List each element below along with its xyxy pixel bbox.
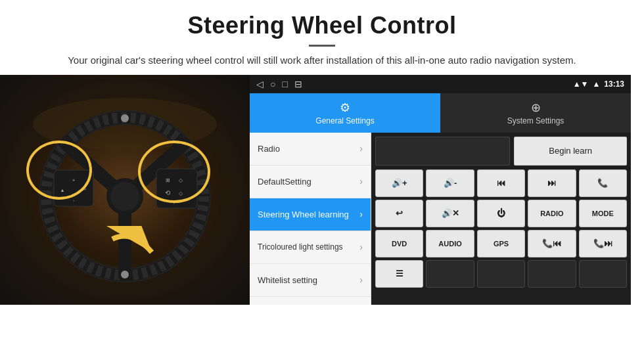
svg-point-8 <box>110 182 139 211</box>
nav-buttons: ◁ ○ □ ⊟ <box>256 79 302 89</box>
yellow-arrow <box>99 226 165 278</box>
chevron-icon: › <box>359 176 363 187</box>
begin-learn-label: Begin learn <box>549 146 592 156</box>
status-bar: ◁ ○ □ ⊟ ▲▼ ▲ 13:13 <box>250 75 631 93</box>
audio-label: AUDIO <box>438 240 461 248</box>
mute-icon: 🔊✕ <box>442 208 459 218</box>
tab-bar: ⚙ General Settings ⊕ System Settings <box>250 93 631 133</box>
mode-button[interactable]: MODE <box>579 200 627 227</box>
control-row-4: ☰ <box>375 260 627 288</box>
next-icon: ⏭ <box>547 178 556 188</box>
tab-system-settings[interactable]: ⊕ System Settings <box>440 93 631 133</box>
menu-item-tricoloured[interactable]: Tricoloured light settings › <box>250 231 371 264</box>
menu-item-radio[interactable]: Radio › <box>250 133 371 166</box>
vol-up-icon: 🔊+ <box>392 178 407 188</box>
general-settings-icon: ⚙ <box>340 100 350 115</box>
hangup-button[interactable]: ↩ <box>375 200 423 227</box>
next-button[interactable]: ⏭ <box>528 169 576 197</box>
menu-steering-label: Steering Wheel learning <box>258 210 349 219</box>
chevron-icon: › <box>359 209 363 219</box>
android-screen: ◁ ○ □ ⊟ ▲▼ ▲ 13:13 ⚙ General Settings ⊕ … <box>250 75 631 305</box>
nav-cast-icon[interactable]: ⊟ <box>294 79 302 89</box>
call-button[interactable]: 📞 <box>579 169 627 197</box>
tab-general-label: General Settings <box>315 116 374 125</box>
left-menu: Radio › DefaultSetting › Steering Wheel … <box>250 133 371 305</box>
tab-system-label: System Settings <box>507 116 564 125</box>
tel-prev-button[interactable]: 📞⏮ <box>528 230 576 257</box>
empty-btn-1 <box>426 260 474 288</box>
power-button[interactable]: ⏻ <box>477 200 525 227</box>
chevron-icon: › <box>359 275 363 285</box>
mode-label: MODE <box>592 210 614 217</box>
vol-down-icon: 🔊- <box>444 178 457 188</box>
steering-wheel-image: + ▲ - ↩ ⊞ ◇ ⟲ ◇ ▼ <box>0 75 250 305</box>
right-control-panel: Begin learn 🔊+ 🔊- ⏮ ⏭ <box>371 133 631 305</box>
highlight-circle-left <box>26 141 92 200</box>
time-display: 13:13 <box>604 79 624 89</box>
vol-down-button[interactable]: 🔊- <box>426 169 474 197</box>
call-icon: 📞 <box>597 178 608 188</box>
control-row-3: DVD AUDIO GPS 📞⏮ 📞⏭ <box>375 230 627 257</box>
highlight-circle-right <box>138 141 210 203</box>
header-section: Steering Wheel Control Your original car… <box>0 0 644 75</box>
wifi-icon: ▲ <box>592 79 600 89</box>
page-title: Steering Wheel Control <box>26 12 618 39</box>
dvd-button[interactable]: DVD <box>375 230 423 257</box>
svg-text:-: - <box>73 197 75 203</box>
steering-background: + ▲ - ↩ ⊞ ◇ ⟲ ◇ ▼ <box>0 75 250 305</box>
tel-prev-icon: 📞⏮ <box>542 238 561 248</box>
menu-default-label: DefaultSetting <box>258 177 311 187</box>
tab-general-settings[interactable]: ⚙ General Settings <box>250 93 440 133</box>
nav-home-icon[interactable]: ○ <box>270 79 275 89</box>
menu-radio-label: Radio <box>258 144 280 154</box>
menu-item-steering[interactable]: Steering Wheel learning › <box>250 198 371 231</box>
radio-label: RADIO <box>540 210 563 217</box>
tel-next-icon: 📞⏭ <box>593 238 612 248</box>
signal-icon: ▲▼ <box>573 79 589 89</box>
empty-btn-3 <box>528 260 576 288</box>
radio-button[interactable]: RADIO <box>528 200 576 227</box>
svg-point-20 <box>121 114 129 122</box>
status-indicators: ▲▼ ▲ 13:13 <box>573 79 624 89</box>
menu-item-default[interactable]: DefaultSetting › <box>250 166 371 198</box>
nav-back-icon[interactable]: ◁ <box>256 79 264 89</box>
menu-whitelist-label: Whitelist setting <box>258 275 317 285</box>
vol-up-button[interactable]: 🔊+ <box>375 169 423 197</box>
dvd-label: DVD <box>392 240 407 248</box>
system-settings-icon: ⊕ <box>531 100 541 115</box>
chevron-icon: › <box>359 242 363 252</box>
menu-icon: ☰ <box>396 269 403 278</box>
mute-button[interactable]: 🔊✕ <box>426 200 474 227</box>
content-area: Radio › DefaultSetting › Steering Wheel … <box>250 133 631 305</box>
nav-recent-icon[interactable]: □ <box>282 79 287 89</box>
tel-next-button[interactable]: 📞⏭ <box>579 230 627 257</box>
menu-icon-button[interactable]: ☰ <box>375 260 423 288</box>
empty-btn-4 <box>579 260 627 288</box>
prev-button[interactable]: ⏮ <box>477 169 525 197</box>
chevron-icon: › <box>359 143 363 154</box>
control-row-2: ↩ 🔊✕ ⏻ RADIO MODE <box>375 200 627 227</box>
menu-item-whitelist[interactable]: Whitelist setting › <box>250 264 371 297</box>
power-icon: ⏻ <box>497 208 505 218</box>
prev-icon: ⏮ <box>497 178 505 188</box>
gps-button[interactable]: GPS <box>477 230 525 257</box>
main-content: + ▲ - ↩ ⊞ ◇ ⟲ ◇ ▼ <box>0 75 644 305</box>
gps-label: GPS <box>494 240 509 248</box>
begin-learn-button[interactable]: Begin learn <box>514 137 627 166</box>
title-divider <box>309 45 335 47</box>
hangup-icon: ↩ <box>396 208 403 218</box>
empty-input-box <box>375 137 510 166</box>
empty-btn-2 <box>477 260 525 288</box>
menu-tricoloured-label: Tricoloured light settings <box>258 242 343 252</box>
control-row-1: 🔊+ 🔊- ⏮ ⏭ 📞 <box>375 169 627 197</box>
begin-learn-row: Begin learn <box>375 137 627 166</box>
subtitle: Your original car's steering wheel contr… <box>26 53 618 68</box>
audio-button[interactable]: AUDIO <box>426 230 474 257</box>
